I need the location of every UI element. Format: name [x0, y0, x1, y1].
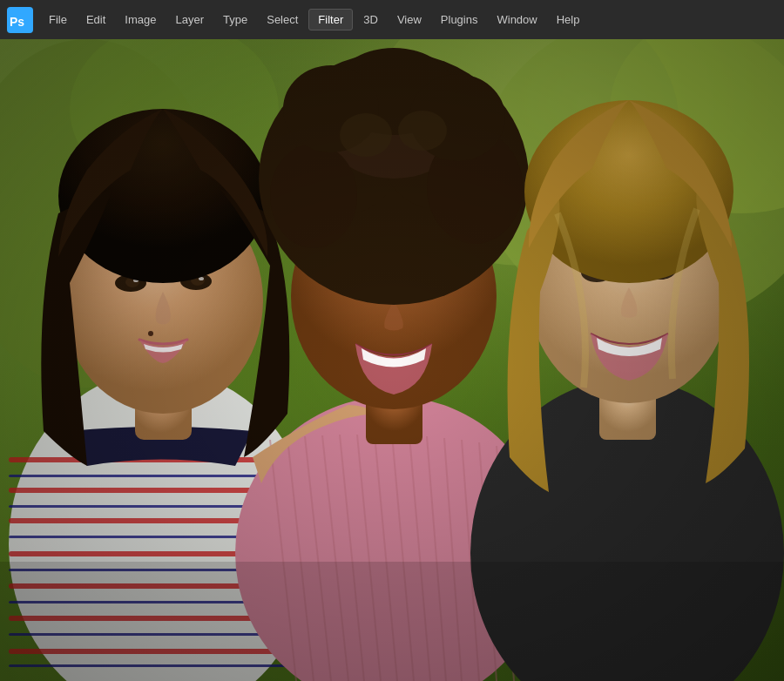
menu-items-container: FileEditImageLayerTypeSelectFilter3DView… [40, 9, 588, 30]
ps-logo-icon: Ps [7, 7, 33, 33]
photo-canvas [0, 39, 784, 681]
menu-item-select[interactable]: Select [258, 10, 307, 30]
menu-item-filter[interactable]: Filter [308, 9, 353, 30]
menu-item-view[interactable]: View [389, 10, 430, 30]
menu-item-layer[interactable]: Layer [167, 10, 213, 30]
svg-rect-62 [0, 39, 784, 681]
menu-item-help[interactable]: Help [548, 10, 589, 30]
menu-item-plugins[interactable]: Plugins [432, 10, 487, 30]
menu-item-edit[interactable]: Edit [78, 10, 114, 30]
menu-item-3d[interactable]: 3D [355, 10, 387, 30]
menu-item-type[interactable]: Type [214, 10, 256, 30]
menu-item-file[interactable]: File [40, 10, 76, 30]
svg-text:Ps: Ps [10, 15, 24, 29]
menu-item-window[interactable]: Window [488, 10, 545, 30]
menu-bar: Ps FileEditImageLayerTypeSelectFilter3DV… [0, 0, 784, 39]
canvas-area [0, 39, 784, 681]
menu-item-image[interactable]: Image [116, 10, 165, 30]
